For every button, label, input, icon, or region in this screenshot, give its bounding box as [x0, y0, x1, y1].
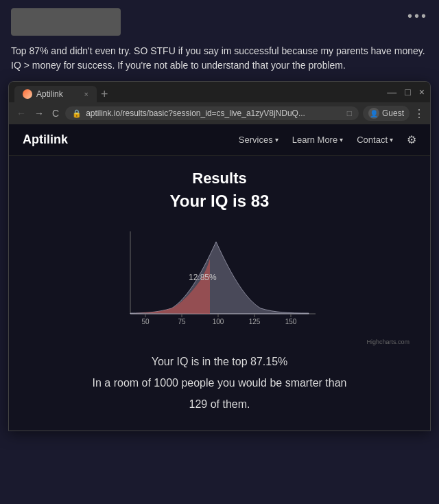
bell-curve-chart: 50 75 100 125 150 12.85% — [110, 225, 329, 334]
chart-percentage-label: 12.85% — [189, 273, 217, 282]
nav-learn-more-label: Learn More — [292, 135, 337, 145]
address-text: aptilink.io/results/basic?session_id=cs_… — [86, 108, 343, 118]
browser-chrome: Aptilink × + — □ × ← → C 🔒 aptilink.io/r… — [9, 82, 430, 124]
chevron-down-icon: ▾ — [390, 136, 393, 144]
browser-window: Aptilink × + — □ × ← → C 🔒 aptilink.io/r… — [8, 81, 431, 431]
address-bar[interactable]: 🔒 aptilink.io/results/basic?session_id=c… — [65, 106, 359, 120]
nav-services-label: Services — [239, 135, 273, 145]
nav-item-contact[interactable]: Contact ▾ — [357, 135, 393, 145]
copy-address-icon: □ — [347, 108, 352, 118]
lock-icon: 🔒 — [72, 109, 82, 118]
avatar — [11, 8, 121, 36]
svg-text:50: 50 — [141, 318, 150, 325]
description-line-1: Your IQ is in the top 87.15% — [36, 352, 403, 371]
window-minimize-button[interactable]: — — [387, 87, 396, 98]
forward-button[interactable]: → — [32, 106, 46, 120]
browser-menu-button[interactable]: ⋮ — [414, 107, 425, 120]
tab-close-button[interactable]: × — [84, 90, 88, 98]
nav-item-learn-more[interactable]: Learn More ▾ — [292, 135, 343, 145]
new-tab-button[interactable]: + — [97, 87, 112, 102]
profile-icon: 👤 — [368, 108, 379, 119]
window-controls: — □ × — [387, 87, 425, 102]
iq-score: Your IQ is 83 — [23, 192, 416, 211]
results-section: Results Your IQ is 83 50 75 100 125 — [9, 156, 430, 431]
results-title: Results — [23, 170, 416, 187]
window-restore-button[interactable]: □ — [405, 87, 410, 98]
post-options-button[interactable]: ••• — [407, 8, 428, 24]
refresh-button[interactable]: C — [50, 106, 61, 120]
results-description: Your IQ is in the top 87.15% In a room o… — [23, 352, 416, 414]
tab-favicon — [23, 89, 32, 99]
back-button[interactable]: ← — [14, 106, 28, 120]
svg-text:150: 150 — [285, 318, 297, 325]
svg-text:75: 75 — [178, 318, 186, 325]
chevron-down-icon: ▾ — [275, 136, 278, 144]
description-line-3: 129 of them. — [36, 395, 403, 413]
browser-tab[interactable]: Aptilink × — [14, 86, 97, 102]
nav-contact-label: Contact — [357, 135, 388, 145]
profile-label: Guest — [382, 108, 404, 118]
browser-tabs-row: Aptilink × + — □ × — [9, 82, 430, 102]
profile-button[interactable]: 👤 Guest — [363, 106, 410, 121]
site-nav-items: Services ▾ Learn More ▾ Contact ▾ ⚙ — [239, 133, 416, 146]
settings-icon[interactable]: ⚙ — [407, 133, 416, 146]
chevron-down-icon: ▾ — [340, 136, 343, 144]
website-content: Aptilink Services ▾ Learn More ▾ Contact… — [9, 124, 430, 431]
address-bar-row: ← → C 🔒 aptilink.io/results/basic?sessio… — [9, 102, 430, 124]
description-line-2: In a room of 1000 people you would be sm… — [36, 374, 403, 392]
nav-item-services[interactable]: Services ▾ — [239, 135, 278, 145]
highcharts-credit: Highcharts.com — [23, 339, 416, 345]
svg-text:100: 100 — [213, 318, 224, 325]
tab-label: Aptilink — [36, 89, 63, 99]
site-logo: Aptilink — [23, 133, 68, 147]
site-navbar: Aptilink Services ▾ Learn More ▾ Contact… — [9, 124, 430, 156]
svg-text:125: 125 — [249, 318, 261, 325]
window-close-button[interactable]: × — [419, 87, 425, 98]
social-post-header: ••• — [0, 0, 439, 41]
post-text: Top 87% and didn't even try. SO STFU if … — [0, 41, 439, 81]
